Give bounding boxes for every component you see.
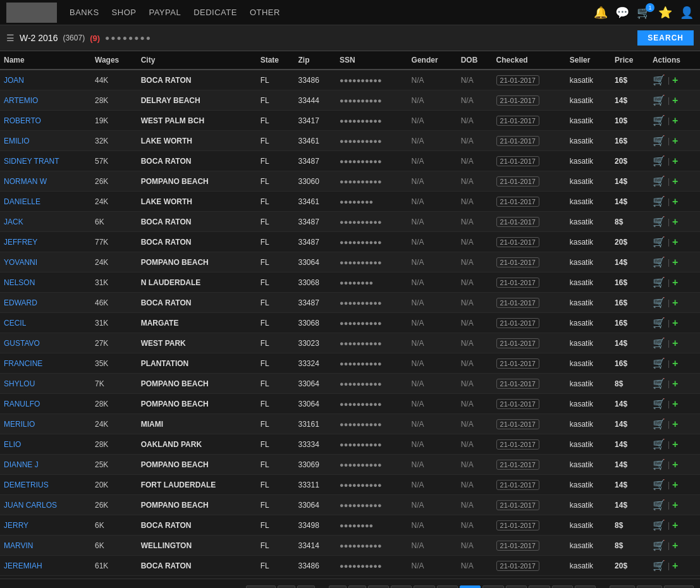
add-to-cart-icon[interactable]: 🛒	[653, 135, 665, 147]
cell-name[interactable]: JUAN CARLOS	[0, 495, 91, 515]
add-to-cart-icon[interactable]: 🛒	[653, 155, 665, 167]
prev-page-button[interactable]: Prev	[246, 585, 276, 588]
cell-name[interactable]: RANULFO	[0, 394, 91, 414]
page-button-19[interactable]: 19	[575, 585, 596, 588]
add-to-cart-icon[interactable]: 🛒	[653, 519, 665, 531]
bell-icon[interactable]: 🔔	[594, 6, 608, 20]
add-wishlist-icon[interactable]: +	[672, 216, 678, 228]
cell-name[interactable]: DANIELLE	[0, 192, 91, 212]
add-wishlist-icon[interactable]: +	[672, 115, 678, 126]
add-to-cart-icon[interactable]: 🛒	[653, 377, 665, 389]
add-wishlist-icon[interactable]: +	[672, 459, 678, 470]
add-to-cart-icon[interactable]: 🛒	[653, 94, 665, 106]
add-to-cart-icon[interactable]: 🛒	[653, 236, 665, 248]
add-to-cart-icon[interactable]: 🛒	[653, 256, 665, 268]
add-wishlist-icon[interactable]: +	[672, 135, 678, 147]
cell-name[interactable]: ARTEMIO	[0, 90, 91, 111]
add-wishlist-icon[interactable]: +	[672, 378, 678, 389]
cell-name[interactable]: SHYLOU	[0, 374, 91, 394]
add-wishlist-icon[interactable]: +	[672, 479, 678, 491]
add-to-cart-icon[interactable]: 🛒	[653, 276, 665, 288]
search-button[interactable]: SEARCH	[637, 30, 694, 46]
page-button-15[interactable]: 15	[482, 585, 503, 588]
page-button-18[interactable]: 18	[552, 585, 573, 588]
star-icon[interactable]: ⭐	[658, 6, 672, 20]
add-wishlist-icon[interactable]: +	[672, 277, 678, 288]
add-to-cart-icon[interactable]: 🛒	[653, 114, 665, 126]
cell-name[interactable]: GUSTAVO	[0, 333, 91, 353]
page-button-145[interactable]: 145	[637, 585, 662, 588]
cell-name[interactable]: NELSON	[0, 273, 91, 293]
nav-dedicate[interactable]: Dedicate	[193, 8, 237, 17]
page-button-2[interactable]: 2	[297, 585, 315, 588]
add-wishlist-icon[interactable]: +	[672, 317, 678, 329]
nav-paypal[interactable]: PayPal	[149, 8, 181, 17]
cell-name[interactable]: EMILIO	[0, 131, 91, 151]
cell-name[interactable]: JACK	[0, 212, 91, 232]
cell-name[interactable]: FRANCINE	[0, 353, 91, 374]
page-button-11[interactable]: 11	[391, 585, 412, 588]
add-wishlist-icon[interactable]: +	[672, 499, 678, 511]
cell-name[interactable]: JEREMIAH	[0, 556, 91, 576]
nav-other[interactable]: Other	[250, 8, 280, 17]
cell-name[interactable]: CECIL	[0, 313, 91, 333]
next-page-button[interactable]: Next	[664, 585, 694, 588]
add-wishlist-icon[interactable]: +	[672, 257, 678, 268]
cell-name[interactable]: JERRY	[0, 515, 91, 536]
page-button-1[interactable]: 1	[278, 585, 295, 588]
cell-name[interactable]: JOAN	[0, 70, 91, 90]
add-to-cart-icon[interactable]: 🛒	[653, 458, 665, 470]
page-button-8[interactable]: 8	[329, 585, 347, 588]
add-to-cart-icon[interactable]: 🛒	[653, 74, 665, 86]
user-avatar-icon[interactable]: 👤	[680, 6, 694, 20]
add-to-cart-icon[interactable]: 🛒	[653, 195, 665, 207]
add-to-cart-icon[interactable]: 🛒	[653, 297, 665, 309]
add-wishlist-icon[interactable]: +	[672, 75, 678, 86]
cell-name[interactable]: JEFFREY	[0, 232, 91, 252]
nav-shop[interactable]: Shop	[112, 8, 137, 17]
add-wishlist-icon[interactable]: +	[672, 297, 678, 309]
cell-name[interactable]: SIDNEY TRANT	[0, 151, 91, 171]
cell-name[interactable]: EDWARD	[0, 293, 91, 313]
add-wishlist-icon[interactable]: +	[672, 419, 678, 430]
add-to-cart-icon[interactable]: 🛒	[653, 539, 665, 551]
add-to-cart-icon[interactable]: 🛒	[653, 479, 665, 491]
add-to-cart-icon[interactable]: 🛒	[653, 357, 665, 369]
menu-icon[interactable]: ☰	[6, 33, 15, 43]
message-icon[interactable]: 💬	[615, 6, 629, 20]
add-wishlist-icon[interactable]: +	[672, 95, 678, 106]
page-button-9[interactable]: 9	[348, 585, 366, 588]
add-wishlist-icon[interactable]: +	[672, 520, 678, 531]
cell-name[interactable]: ELIO	[0, 434, 91, 455]
cell-name[interactable]: MERILIO	[0, 414, 91, 434]
cell-name[interactable]: DIANNE J	[0, 455, 91, 475]
cell-name[interactable]: DEMETRIUS	[0, 475, 91, 495]
add-wishlist-icon[interactable]: +	[672, 156, 678, 167]
add-wishlist-icon[interactable]: +	[672, 398, 678, 410]
page-button-16[interactable]: 16	[506, 585, 527, 588]
add-wishlist-icon[interactable]: +	[672, 560, 678, 572]
page-button-144[interactable]: 144	[610, 585, 635, 588]
add-to-cart-icon[interactable]: 🛒	[653, 398, 665, 410]
add-wishlist-icon[interactable]: +	[672, 439, 678, 450]
add-wishlist-icon[interactable]: +	[672, 196, 678, 207]
add-wishlist-icon[interactable]: +	[672, 176, 678, 187]
add-wishlist-icon[interactable]: +	[672, 358, 678, 369]
add-to-cart-icon[interactable]: 🛒	[653, 560, 665, 572]
cart-icon[interactable]: 🛒1	[637, 6, 651, 20]
page-button-17[interactable]: 17	[529, 585, 550, 588]
add-to-cart-icon[interactable]: 🛒	[653, 337, 665, 349]
page-button-13[interactable]: 13	[437, 585, 458, 588]
add-to-cart-icon[interactable]: 🛒	[653, 418, 665, 430]
cell-name[interactable]: NORMAN W	[0, 171, 91, 192]
page-button-12[interactable]: 12	[414, 585, 434, 588]
add-wishlist-icon[interactable]: +	[672, 540, 678, 551]
cell-name[interactable]: MARVIN	[0, 536, 91, 556]
add-wishlist-icon[interactable]: +	[672, 236, 678, 248]
add-to-cart-icon[interactable]: 🛒	[653, 438, 665, 450]
add-to-cart-icon[interactable]: 🛒	[653, 317, 665, 329]
cell-name[interactable]: ROBERTO	[0, 111, 91, 131]
add-to-cart-icon[interactable]: 🛒	[653, 216, 665, 228]
add-to-cart-icon[interactable]: 🛒	[653, 499, 665, 511]
page-button-14[interactable]: 14	[460, 585, 481, 588]
